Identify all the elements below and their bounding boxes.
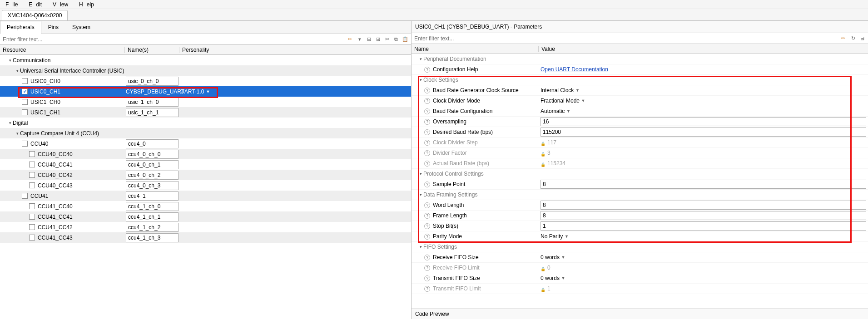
copy-icon[interactable]: ⧉ — [393, 36, 399, 43]
expander-icon[interactable]: ▾ — [15, 131, 20, 136]
name-input[interactable] — [126, 150, 179, 159]
filter-icon[interactable]: ▾ — [357, 36, 363, 43]
tab-system[interactable]: System — [65, 21, 97, 34]
help-icon[interactable]: ? — [424, 88, 430, 93]
param-group[interactable]: ▾FIFO Settings — [412, 242, 868, 252]
checkbox[interactable] — [29, 162, 35, 167]
help-icon[interactable]: ? — [424, 67, 430, 73]
tab-peripherals[interactable]: Peripherals — [0, 21, 41, 34]
chevron-down-icon[interactable]: ▼ — [563, 234, 570, 239]
help-icon[interactable]: ? — [424, 182, 430, 187]
checkbox[interactable] — [22, 99, 28, 105]
tree-item[interactable]: ✔USIC0_CH1CYBSP_DEBUG_UARTUART-1.0▼ — [0, 86, 411, 97]
header-resource[interactable]: Resource — [0, 47, 125, 53]
parameters-tree[interactable]: ▾Peripheral Documentation?Configuration … — [412, 54, 868, 309]
help-icon[interactable]: ? — [424, 202, 430, 208]
checkbox[interactable] — [29, 235, 35, 240]
name-input[interactable] — [126, 160, 179, 169]
tree-item[interactable]: CCU41_CC40 — [0, 201, 411, 211]
resource-tree[interactable]: ▾Communication▾Universal Serial Interfac… — [0, 55, 411, 319]
tree-item[interactable]: CCU41_CC43 — [0, 232, 411, 243]
refresh-icon[interactable]: ↻ — [850, 35, 856, 42]
checkbox[interactable]: ✔ — [22, 88, 28, 94]
device-tab[interactable]: XMC1404-Q064x0200 — [2, 10, 68, 20]
tree-item[interactable]: USIC1_CH0 — [0, 97, 411, 107]
name-input[interactable] — [126, 223, 179, 232]
help-icon[interactable]: ? — [424, 213, 430, 219]
expander-icon[interactable]: ▾ — [418, 172, 423, 176]
name-input[interactable] — [126, 233, 179, 242]
expander-icon[interactable]: ▾ — [7, 121, 13, 125]
header-names[interactable]: Name(s) — [125, 47, 179, 53]
param-group[interactable]: ▾Data Framing Settings — [412, 190, 868, 200]
header-param-name[interactable]: Name — [412, 46, 539, 52]
checkbox[interactable] — [29, 172, 35, 178]
chevron-down-icon[interactable]: ▼ — [206, 89, 210, 94]
eraser-icon[interactable]: ✏ — [346, 36, 354, 42]
tree-item[interactable]: CCU40_CC42 — [0, 170, 411, 180]
checkbox[interactable] — [22, 109, 28, 115]
tree-group[interactable]: ▾Capture Compare Unit 4 (CCU4) — [0, 128, 411, 138]
cut-icon[interactable]: ✂ — [384, 36, 390, 43]
checkbox[interactable] — [22, 141, 28, 147]
checkbox[interactable] — [29, 203, 35, 209]
param-group[interactable]: ▾Clock Settings — [412, 75, 868, 85]
code-preview-panel[interactable]: Code Preview — [412, 309, 868, 319]
tree-item[interactable]: CCU41 — [0, 191, 411, 201]
tree-item[interactable]: CCU41_CC42 — [0, 222, 411, 232]
help-icon[interactable]: ? — [424, 108, 430, 114]
param-group[interactable]: ▾Peripheral Documentation — [412, 54, 868, 64]
tree-group[interactable]: ▾Digital — [0, 118, 411, 128]
filter-input[interactable] — [0, 34, 346, 44]
help-icon[interactable]: ? — [424, 265, 430, 271]
help-icon[interactable]: ? — [424, 140, 430, 146]
param-group[interactable]: ▾Protocol Control Settings — [412, 169, 868, 179]
expander-icon[interactable]: ▾ — [418, 57, 423, 61]
help-icon[interactable]: ? — [424, 161, 430, 167]
help-icon[interactable]: ? — [424, 275, 430, 281]
param-input[interactable] — [541, 201, 866, 210]
chevron-down-icon[interactable]: ▼ — [565, 109, 572, 113]
name-input[interactable] — [126, 108, 179, 117]
param-input[interactable] — [541, 128, 866, 137]
name-input[interactable] — [126, 181, 179, 190]
help-icon[interactable]: ? — [424, 223, 430, 229]
tree-item[interactable]: CCU41_CC41 — [0, 211, 411, 222]
chevron-down-icon[interactable]: ▼ — [560, 276, 567, 280]
expander-icon[interactable]: ▾ — [418, 192, 423, 197]
chevron-down-icon[interactable]: ▼ — [560, 255, 567, 260]
checkbox[interactable] — [29, 182, 35, 188]
name-input[interactable] — [126, 171, 179, 180]
collapse-icon[interactable]: ⊟ — [859, 35, 865, 42]
name-input[interactable] — [126, 191, 179, 201]
param-filter-input[interactable] — [412, 34, 839, 44]
help-icon[interactable]: ? — [424, 255, 430, 260]
expander-icon[interactable]: ▾ — [418, 78, 423, 82]
name-input[interactable] — [126, 139, 179, 148]
tree-item[interactable]: CCU40_CC40 — [0, 149, 411, 159]
expand-icon[interactable]: ⊞ — [375, 36, 381, 43]
name-input[interactable] — [126, 202, 179, 211]
eraser-icon[interactable]: ✏ — [839, 35, 847, 41]
expander-icon[interactable]: ▾ — [418, 245, 423, 249]
expander-icon[interactable]: ▾ — [7, 58, 13, 63]
tree-group[interactable]: ▾Communication — [0, 55, 411, 65]
help-icon[interactable]: ? — [424, 129, 430, 135]
tree-item[interactable]: CCU40_CC41 — [0, 159, 411, 170]
checkbox[interactable] — [29, 151, 35, 157]
collapse-icon[interactable]: ⊟ — [366, 36, 372, 43]
param-value[interactable]: Open UART Documentation — [541, 66, 608, 73]
tree-item[interactable]: CCU40 — [0, 138, 411, 149]
tab-pins[interactable]: Pins — [41, 21, 65, 34]
param-input[interactable] — [541, 221, 866, 231]
help-icon[interactable]: ? — [424, 119, 430, 125]
menu-help[interactable]: Help — [75, 0, 101, 9]
checkbox[interactable] — [29, 224, 35, 230]
param-input[interactable] — [541, 180, 866, 189]
tree-item[interactable]: USIC1_CH1 — [0, 107, 411, 118]
help-icon[interactable]: ? — [424, 234, 430, 240]
name-input[interactable] — [126, 212, 179, 221]
menu-view[interactable]: View — [49, 0, 75, 9]
tree-item[interactable]: USIC0_CH0 — [0, 76, 411, 86]
checkbox[interactable] — [22, 78, 28, 84]
